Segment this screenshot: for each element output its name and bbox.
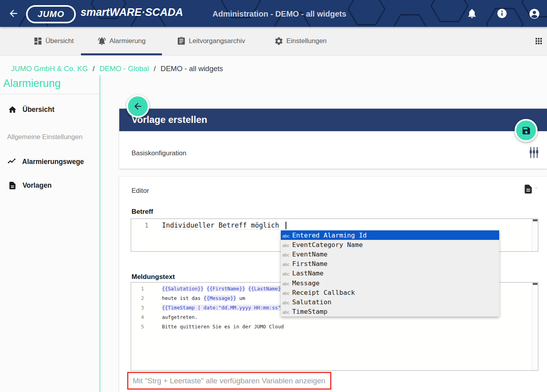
template-expression: {{LastName}} [248, 286, 284, 292]
autocomplete-item-label: LastName [292, 270, 323, 277]
sidebar-item-alarmierungswege[interactable]: Alarmierungswege [7, 157, 84, 166]
tab-label: Alarmierung [109, 37, 146, 45]
betreff-label: Betreff [132, 208, 153, 216]
autocomplete-item-label: EventName [292, 251, 327, 258]
template-expression: {{TimeStamp | date:"dd.MM.yyyy HH:mm:ss"… [162, 305, 287, 311]
scrollbar-thumb[interactable] [533, 283, 538, 285]
tab-label: Leitvorgangsarchiv [189, 37, 245, 45]
abc-variable-type-icon: abc [282, 310, 289, 315]
breadcrumb: JUMO GmbH & Co. KG / DEMO - Global / DEM… [11, 64, 223, 73]
sidebar-item-allgemeine-einstellungen[interactable]: Allgemeine Einstellungen [7, 133, 83, 141]
hexagon-shape [391, 14, 429, 27]
back-arrow-icon[interactable] [8, 8, 19, 19]
annotation-red-box: Mit "Strg + Leertaste" alle verfügbaren … [127, 372, 331, 390]
editor-card: Editor ^ Betreff 1Individueller Betreff … [119, 177, 547, 392]
apps-grid-icon[interactable] [534, 36, 543, 46]
breadcrumb-current: DEMO - all widgets [161, 64, 223, 73]
autocomplete-item[interactable]: abcEntered Alarming Id [281, 230, 499, 240]
template-expression: {{FirstName}} [207, 286, 245, 292]
tab-uebersicht[interactable]: Übersicht [33, 27, 74, 55]
autocomplete-item-label: Entered Alarming Id [292, 232, 367, 239]
sidebar-item-vorlagen[interactable]: Vorlagen [8, 181, 52, 190]
sliders-icon[interactable] [528, 147, 539, 158]
meldungstext-label: Meldungstext [132, 273, 175, 281]
code-text: Individueller Betreff möglich [162, 221, 283, 229]
main-tab-bar: Übersicht Alarmierung Leitvorgangsarchiv… [0, 27, 547, 56]
editor-line[interactable]: 1Individueller Betreff möglich [131, 219, 538, 232]
tab-label: Einstellungen [286, 37, 327, 45]
save-button[interactable] [515, 119, 538, 142]
autocomplete-item[interactable]: abcTimeStamp [281, 307, 499, 317]
sidebar-item-label: Alarmierungswege [22, 158, 84, 166]
template-expression: {{Salutation}} [162, 286, 203, 292]
abc-variable-type-icon: abc [282, 271, 289, 276]
template-document-icon[interactable] [523, 184, 534, 194]
editor-scrollbar[interactable] [532, 283, 538, 370]
code-text: um [236, 295, 245, 301]
vorlage-erstellen-card: Vorlage erstellen Basiskonfiguration [119, 109, 547, 169]
line-number: 4 [131, 313, 162, 322]
editor-section-label: Editor [132, 187, 149, 195]
autocomplete-item-label: FirstName [292, 260, 327, 268]
breadcrumb-separator: / [151, 64, 158, 73]
code-text: Bitte quittieren Sie es in der JUMO Clou… [162, 324, 284, 330]
sidebar-divider [0, 94, 99, 94]
timeline-icon [7, 157, 17, 166]
autocomplete-item[interactable]: abcSalutation [281, 297, 499, 307]
code-line: Individueller Betreff möglich [162, 221, 286, 229]
autocomplete-item-label: EventCategory Name [292, 241, 363, 249]
back-button[interactable] [126, 95, 149, 118]
code-line: {{Salutation}} {{FirstName}} {{LastName}… [162, 284, 284, 294]
editor-line[interactable]: 5Bitte quittieren Sie es in der JUMO Clo… [131, 322, 538, 332]
autocomplete-item-label: TimeStamp [292, 308, 327, 315]
jumo-scada-admin-page: JUMO smartWARE·SCADA Administration - DE… [0, 0, 547, 392]
dashboard-icon [33, 36, 43, 46]
tab-einstellungen[interactable]: Einstellungen [274, 27, 327, 55]
autocomplete-item[interactable]: abcFirstName [281, 259, 499, 269]
autocomplete-item[interactable]: abcMessage [281, 278, 499, 288]
card-header-bar: Vorlage erstellen [119, 109, 547, 131]
autocomplete-item[interactable]: abcReceipt Callback [281, 288, 499, 297]
tab-alarmierung[interactable]: Alarmierung [97, 27, 146, 55]
abc-variable-type-icon: abc [282, 243, 289, 248]
code-text: heute ist das [162, 295, 203, 301]
autocomplete-item[interactable]: abcEventCategory Name [281, 240, 499, 249]
hexagon-shape [430, 0, 468, 22]
breadcrumb-group-link[interactable]: DEMO - Global [100, 64, 149, 73]
line-number: 2 [131, 294, 162, 303]
account-icon[interactable] [528, 8, 539, 19]
code-line: heute ist das {{Message}} um [162, 294, 245, 303]
home-icon [8, 105, 17, 114]
line-number: 5 [131, 322, 162, 332]
abc-variable-type-icon: abc [282, 291, 289, 296]
abc-variable-type-icon: abc [282, 234, 289, 238]
sidebar-item-label: Übersicht [23, 106, 55, 114]
code-text: aufgetreten. [162, 314, 197, 320]
text-cursor [286, 222, 286, 229]
autocomplete-item[interactable]: abcEventName [281, 249, 499, 259]
document-icon [8, 181, 17, 190]
active-tab-indicator [81, 53, 162, 55]
collapse-caret-icon[interactable]: ^ [535, 185, 538, 192]
line-number: 3 [131, 303, 162, 313]
basiskonfiguration-label: Basiskonfiguration [132, 149, 186, 157]
variables-hint-text: Mit "Strg + Leertaste" alle verfügbaren … [128, 377, 325, 385]
abc-variable-type-icon: abc [282, 262, 289, 267]
scrollbar-thumb[interactable] [533, 219, 538, 221]
autocomplete-item-label: Receipt Callback [292, 289, 355, 296]
code-line: {{TimeStamp | date:"dd.MM.yyyy HH:mm:ss"… [162, 303, 287, 313]
autocomplete-item[interactable]: abcLastName [281, 269, 499, 278]
code-text [203, 286, 207, 292]
tab-leitvorgangsarchiv[interactable]: Leitvorgangsarchiv [177, 27, 245, 55]
editor-scrollbar[interactable] [532, 219, 538, 251]
abc-variable-type-icon: abc [282, 281, 289, 286]
sidebar-title: Alarmierung [3, 77, 61, 90]
sidebar-item-uebersicht[interactable]: Übersicht [8, 105, 55, 114]
tab-label: Übersicht [45, 37, 74, 45]
info-icon[interactable] [496, 8, 508, 19]
breadcrumb-separator: / [90, 64, 97, 73]
page-header-title: Administration - DEMO - all widgets [212, 9, 346, 19]
breadcrumb-org-link[interactable]: JUMO GmbH & Co. KG [11, 64, 88, 73]
bell-icon[interactable] [466, 8, 477, 19]
gear-icon [274, 36, 284, 46]
